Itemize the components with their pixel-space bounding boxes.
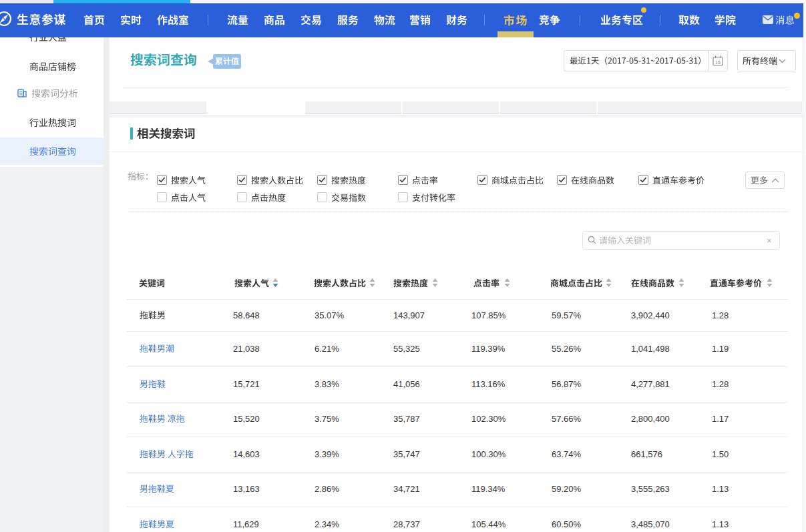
svg-text:15: 15 (715, 60, 721, 65)
